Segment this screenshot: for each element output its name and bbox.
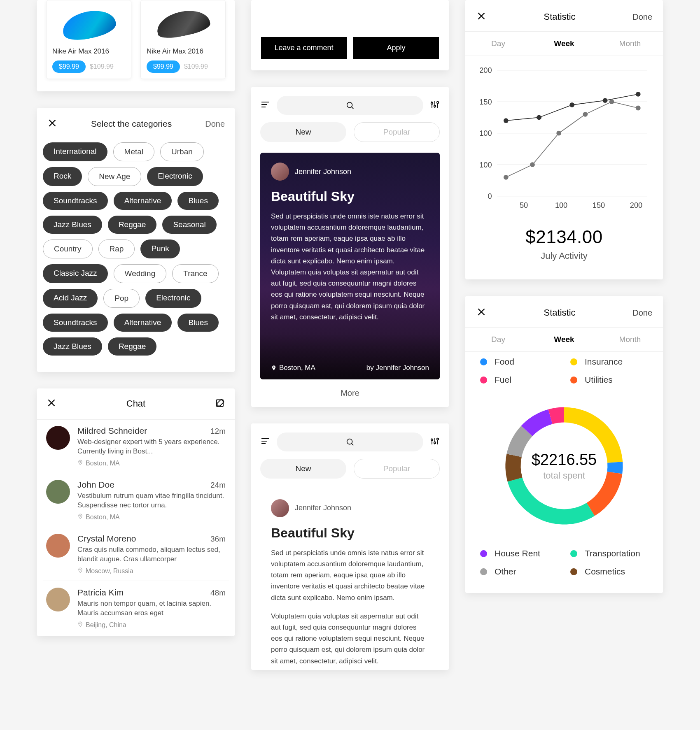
category-chip[interactable]: Reggae: [108, 216, 157, 234]
statistic-title: Statistic: [544, 307, 576, 318]
category-chip[interactable]: Jazz Blues: [43, 337, 102, 356]
post-title: Beautiful Sky: [271, 189, 429, 204]
category-chip[interactable]: Urban: [160, 142, 204, 161]
chat-preview: Mauris non tempor quam, et lacinia sapie…: [77, 599, 226, 618]
close-icon[interactable]: [476, 11, 487, 23]
category-chip[interactable]: Rap: [98, 239, 135, 258]
tab-day[interactable]: Day: [465, 32, 531, 56]
feed-light-panel: New Popular Jennifer Johnson Beautiful S…: [251, 423, 449, 670]
category-chip[interactable]: Soundtracks: [43, 192, 108, 210]
chat-location: Moscow, Russia: [77, 567, 226, 575]
donut-total: $2216.55: [532, 451, 597, 469]
tab-popular[interactable]: Popular: [354, 459, 440, 479]
category-chip[interactable]: Seasonal: [162, 216, 216, 234]
svg-text:100: 100: [555, 201, 567, 209]
svg-point-2: [80, 515, 81, 516]
close-icon[interactable]: [476, 307, 487, 319]
category-chip[interactable]: Reggae: [108, 337, 157, 356]
svg-point-37: [636, 106, 641, 111]
close-icon[interactable]: [46, 398, 57, 410]
category-chip[interactable]: Country: [43, 239, 93, 258]
svg-point-4: [80, 623, 81, 624]
statistic-title: Statistic: [544, 12, 576, 22]
legend-dot: [570, 377, 577, 384]
more-button[interactable]: More: [251, 379, 449, 407]
category-chip[interactable]: Pop: [103, 289, 140, 308]
action-buttons-panel: Leave a comment Apply: [251, 0, 449, 70]
statistic-line-panel: Statistic Done Day Week Month 2001501001…: [465, 0, 663, 279]
compose-icon[interactable]: [215, 398, 226, 410]
svg-point-7: [434, 105, 436, 107]
category-chip[interactable]: Rock: [43, 167, 82, 186]
pin-icon: [77, 460, 83, 467]
category-chip[interactable]: International: [43, 142, 107, 161]
legend-dot: [570, 358, 577, 365]
category-chip[interactable]: Blues: [177, 314, 219, 332]
tab-month[interactable]: Month: [597, 328, 663, 351]
done-button[interactable]: Done: [632, 308, 652, 318]
chat-preview: Vestibulum rutrum quam vitae fringilla t…: [77, 491, 226, 510]
legend-item: Insurance: [570, 357, 648, 367]
legend-label: Insurance: [585, 357, 623, 367]
apply-button[interactable]: Apply: [353, 37, 439, 59]
category-chip[interactable]: Metal: [113, 142, 154, 161]
close-icon[interactable]: [47, 118, 58, 130]
feed-dark-panel: New Popular Jennifer Johnson Beautiful S…: [251, 87, 449, 407]
product-card[interactable]: Nike Air Max 2016 $99.99 $109.99: [46, 0, 131, 79]
chat-name: Crystal Moreno: [77, 534, 136, 544]
category-chip[interactable]: Alternative: [114, 192, 172, 210]
tab-week[interactable]: Week: [531, 328, 597, 351]
filter-icon[interactable]: [430, 436, 440, 448]
tab-popular[interactable]: Popular: [354, 122, 440, 142]
category-chip[interactable]: Electronic: [145, 289, 201, 308]
category-chip[interactable]: Punk: [140, 239, 180, 258]
category-chip[interactable]: Classic Jazz: [43, 264, 108, 283]
svg-point-6: [431, 102, 433, 104]
category-chip[interactable]: Jazz Blues: [43, 216, 102, 234]
post-card-dark[interactable]: Jennifer Johnson Beautiful Sky Sed ut pe…: [260, 153, 440, 379]
menu-icon[interactable]: [260, 100, 270, 111]
leave-comment-button[interactable]: Leave a comment: [261, 37, 347, 59]
chat-item[interactable]: Mildred Schneider 12m Web-designer exper…: [43, 419, 229, 473]
category-chip[interactable]: Soundtracks: [43, 314, 108, 332]
filter-icon[interactable]: [430, 100, 440, 111]
categories-chips: InternationalMetalUrbanRockNew AgeElectr…: [37, 140, 235, 372]
post-body: Sed ut perspiciatis unde omnis iste natu…: [271, 547, 429, 667]
statistic-donut-panel: Statistic Done Day Week Month FoodInsura…: [465, 296, 663, 593]
product-card[interactable]: Nike Air Max 2016 $99.99 $109.99: [140, 0, 226, 79]
svg-point-12: [437, 438, 439, 440]
tab-day[interactable]: Day: [465, 328, 531, 351]
svg-text:50: 50: [520, 201, 528, 209]
done-button[interactable]: Done: [632, 12, 652, 22]
tab-new[interactable]: New: [260, 122, 346, 142]
post-card-light[interactable]: Jennifer Johnson Beautiful Sky Sed ut pe…: [260, 489, 440, 670]
tab-new[interactable]: New: [260, 459, 346, 479]
chat-name: Mildred Schneider: [77, 426, 147, 436]
category-chip[interactable]: Alternative: [114, 314, 172, 332]
menu-icon[interactable]: [260, 436, 270, 448]
category-chip[interactable]: Acid Jazz: [43, 289, 98, 308]
chat-preview: Web-designer expert with 5 years experie…: [77, 437, 226, 456]
product-name: Nike Air Max 2016: [52, 47, 125, 56]
product-image: [52, 6, 125, 43]
legend-label: Other: [495, 567, 516, 577]
category-chip[interactable]: Blues: [177, 192, 219, 210]
tab-month[interactable]: Month: [597, 32, 663, 56]
svg-point-32: [504, 175, 509, 180]
category-chip[interactable]: New Age: [88, 167, 141, 186]
search-input[interactable]: [277, 96, 423, 115]
post-title: Beautiful Sky: [271, 525, 429, 541]
category-chip[interactable]: Electronic: [147, 167, 203, 186]
category-chip[interactable]: Trance: [172, 264, 218, 283]
legend-label: Food: [495, 357, 514, 367]
legend-label: Cosmetics: [585, 567, 625, 577]
chat-item[interactable]: John Doe 24m Vestibulum rutrum quam vita…: [43, 473, 229, 527]
avatar: [271, 499, 289, 517]
chat-item[interactable]: Patricia Kim 48m Mauris non tempor quam,…: [43, 581, 229, 635]
chat-time: 24m: [210, 481, 226, 490]
search-input[interactable]: [277, 432, 423, 451]
category-chip[interactable]: Wedding: [114, 264, 167, 283]
done-button[interactable]: Done: [205, 119, 225, 129]
chat-item[interactable]: Crystal Moreno 36m Cras quis nulla commo…: [43, 527, 229, 581]
tab-week[interactable]: Week: [531, 32, 597, 56]
